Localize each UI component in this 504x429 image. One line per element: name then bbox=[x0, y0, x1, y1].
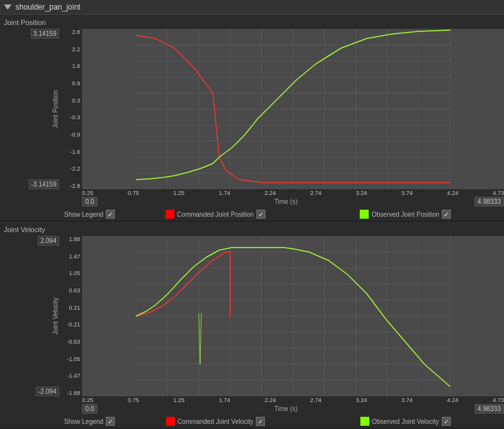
velocity-observed-checkbox[interactable] bbox=[442, 417, 451, 426]
velocity-y-label: Joint Velocity bbox=[52, 246, 59, 387]
velocity-chart bbox=[82, 236, 504, 396]
position-observed-color bbox=[360, 210, 369, 219]
velocity-panel: Joint Velocity 2.094 Joint Velocity -2.0… bbox=[0, 222, 504, 429]
velocity-y-min: -2.094 bbox=[36, 387, 59, 396]
velocity-time-label: Time (s) bbox=[97, 405, 475, 412]
position-commanded-color bbox=[165, 210, 174, 219]
position-x-ticks-row: 0.25 0.75 1.25 1.74 2.24 2.74 3.24 3.74 … bbox=[82, 189, 504, 197]
velocity-x-ticks: 0.25 0.75 1.25 1.74 2.24 2.74 3.24 3.74 … bbox=[82, 396, 504, 404]
velocity-chart-area: 1.88 1.47 1.05 0.63 0.21 -0.21 -0.63 -1.… bbox=[62, 236, 504, 396]
position-time-label: Time (s) bbox=[97, 198, 475, 205]
velocity-chart-wrapper: 2.094 Joint Velocity -2.094 1.88 1.47 1.… bbox=[0, 236, 504, 396]
panel-title: shoulder_pan_joint bbox=[15, 3, 80, 12]
position-observed-legend: Observed Joint Position bbox=[360, 210, 457, 219]
position-chart bbox=[82, 29, 504, 189]
position-legend-row: Show Legend Commanded Joint Position Obs… bbox=[0, 208, 504, 221]
position-x-ticks: 0.25 0.75 1.25 1.74 2.24 2.74 3.24 3.74 … bbox=[82, 189, 504, 197]
velocity-legend-row: Show Legend Commanded Joint Velocity Obs… bbox=[0, 415, 504, 428]
position-y-label: Joint Position bbox=[52, 38, 59, 180]
position-time-start: 0.0 bbox=[82, 197, 97, 206]
velocity-chart-svg bbox=[82, 236, 504, 396]
position-show-legend-label: Show Legend bbox=[64, 211, 103, 218]
velocity-commanded-label: Commanded Joint Velocity bbox=[178, 418, 253, 425]
position-show-legend-checkbox[interactable] bbox=[106, 210, 115, 219]
velocity-commanded-color bbox=[166, 417, 175, 426]
position-time-end: 4.98333 bbox=[475, 197, 504, 206]
velocity-time-row: 0.0 Time (s) 4.98333 bbox=[82, 404, 504, 414]
position-y-max: 3.14159 bbox=[31, 29, 59, 38]
velocity-observed-label: Observed Joint Velocity bbox=[372, 418, 439, 425]
position-chart-area: 2.8 2.2 1.6 0.9 0.3 -0.3 -0.9 -1.6 -2.2 … bbox=[62, 29, 504, 189]
position-y-min: -3.14159 bbox=[29, 180, 59, 189]
position-observed-checkbox[interactable] bbox=[442, 210, 451, 219]
position-section-label: Joint Position bbox=[0, 17, 504, 28]
collapse-icon[interactable] bbox=[4, 4, 12, 10]
velocity-observed-color bbox=[360, 417, 369, 426]
position-commanded-checkbox[interactable] bbox=[256, 210, 265, 219]
position-observed-label: Observed Joint Position bbox=[371, 211, 439, 218]
velocity-observed-legend: Observed Joint Velocity bbox=[360, 417, 457, 426]
velocity-commanded-checkbox[interactable] bbox=[256, 417, 265, 426]
velocity-section-label: Joint Velocity bbox=[0, 224, 504, 235]
velocity-y-ticks: 1.88 1.47 1.05 0.63 0.21 -0.21 -0.63 -1.… bbox=[62, 236, 82, 396]
position-chart-svg bbox=[82, 29, 504, 189]
position-commanded-legend: Commanded Joint Position bbox=[165, 210, 272, 219]
position-y-ticks: 2.8 2.2 1.6 0.9 0.3 -0.3 -0.9 -1.6 -2.2 … bbox=[62, 29, 82, 189]
velocity-time-start: 0.0 bbox=[82, 404, 97, 414]
velocity-commanded-legend: Commanded Joint Velocity bbox=[166, 417, 271, 426]
position-time-row: 0.0 Time (s) 4.98333 bbox=[82, 197, 504, 206]
velocity-x-ticks-row: 0.25 0.75 1.25 1.74 2.24 2.74 3.24 3.74 … bbox=[82, 396, 504, 404]
velocity-show-legend-label: Show Legend bbox=[64, 418, 103, 425]
position-panel: Joint Position 3.14159 Joint Position -3… bbox=[0, 15, 504, 222]
position-chart-wrapper: 3.14159 Joint Position -3.14159 2.8 2.2 … bbox=[0, 29, 504, 189]
position-commanded-label: Commanded Joint Position bbox=[177, 211, 254, 218]
velocity-time-end: 4.98333 bbox=[475, 404, 504, 414]
velocity-show-legend-checkbox[interactable] bbox=[106, 417, 115, 426]
panel-header: shoulder_pan_joint bbox=[0, 0, 504, 15]
velocity-y-max: 2.094 bbox=[38, 236, 59, 246]
